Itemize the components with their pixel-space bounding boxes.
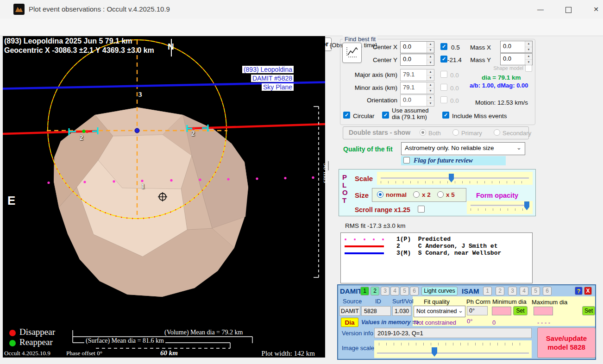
damit-model-1-button[interactable]: 1 xyxy=(360,287,369,295)
ph-corrn-value-box[interactable]: 0° xyxy=(467,306,488,315)
shape-model-checkbox[interactable] xyxy=(525,65,532,72)
window-title: Plot event observations : Occult v.4.202… xyxy=(29,5,170,13)
center-x-spinner[interactable]: 0.0 ▲▼ xyxy=(400,41,434,53)
isam-model-5-button[interactable]: 5 xyxy=(531,287,540,295)
list-item[interactable]: 1(P) Predicted xyxy=(396,236,451,243)
isam-model-3-button[interactable]: 3 xyxy=(508,287,517,295)
size-x2-radio[interactable] xyxy=(413,191,420,198)
circular-checkbox[interactable] xyxy=(343,112,350,119)
mass-x-label: Mass X xyxy=(463,44,491,51)
spinner-arrows-icon[interactable]: ▲▼ xyxy=(427,95,434,106)
max-dia-field[interactable] xyxy=(534,307,553,315)
damit-model-4-button[interactable]: 4 xyxy=(390,287,399,295)
plot-title: (893) Leopoldina 2025 Jun 5 79.1 km xyxy=(4,37,132,45)
isam-model-6-button[interactable]: 6 xyxy=(543,287,552,295)
orientation-err: 0.0 xyxy=(450,97,459,104)
app-window: Plot event observations : Occult v.4.202… xyxy=(0,0,603,364)
flag-review-checkbox[interactable] xyxy=(403,157,410,163)
minimize-icon[interactable]: — xyxy=(530,0,551,19)
major-axis-checkbox[interactable] xyxy=(440,71,447,78)
max-dia-header: Maximum dia xyxy=(532,299,567,306)
ab-dmag-readout: a/b: 1.00, dMag: 0.00 xyxy=(470,82,528,89)
chord-3-label: 3 xyxy=(138,91,142,99)
center-y-spinner[interactable]: 0.0 ▲▼ xyxy=(400,54,434,66)
include-miss-checkbox[interactable] xyxy=(442,112,449,119)
list-item[interactable]: 2 C Anderson, J Smith et xyxy=(396,243,497,250)
quality-dropdown[interactable]: Astrometry only. No reliable size ⌄ xyxy=(401,142,525,155)
isam-model-1-button[interactable]: 1 xyxy=(483,287,492,295)
double-both-radio[interactable] xyxy=(420,129,426,136)
damit-model-6-button[interactable]: 6 xyxy=(410,287,419,295)
double-secondary-label: Secondary xyxy=(502,130,531,137)
orientation-spinner[interactable]: 0.0 ▲▼ xyxy=(400,94,434,107)
flag-review-label: Flag for future review xyxy=(414,157,473,164)
id-header: ID xyxy=(375,298,381,305)
scale-slider[interactable] xyxy=(377,172,533,185)
damit-model-2-button[interactable]: 2 xyxy=(371,287,379,295)
panel-close-button[interactable]: X xyxy=(584,287,592,295)
close-icon[interactable]: ✕ xyxy=(585,0,603,19)
spinner-arrows-icon[interactable]: ▲▼ xyxy=(427,69,434,81)
center-x-label: Center X xyxy=(357,44,397,50)
isam-label: ISAM xyxy=(462,287,479,295)
orientation-label: Orientation xyxy=(351,97,397,104)
shape-model-panel: DAMIT 1 2 3 4 5 6 Light curves ISAM 1 2 … xyxy=(337,284,596,360)
shape-model-label: Shape model xyxy=(490,65,523,71)
orientation-checkbox[interactable] xyxy=(440,96,447,103)
double-primary-radio[interactable] xyxy=(452,129,459,136)
isam-model-4-button[interactable]: 4 xyxy=(520,287,528,295)
fit-quality-dropdown[interactable]: Not constrained ⌄ xyxy=(414,306,465,317)
panel-divider xyxy=(328,161,329,170)
form-opacity-slider[interactable] xyxy=(467,201,533,214)
min-dia-header: Minimum dia xyxy=(492,298,527,305)
legend-swatch-blue xyxy=(345,252,384,254)
surfvol-header: Surf/Vol xyxy=(392,298,414,305)
use-assumed-dia-checkbox[interactable] xyxy=(382,112,389,119)
mass-y-spinner[interactable]: 0.0 ▲▼ xyxy=(500,53,533,65)
size-label: Size xyxy=(355,191,369,199)
plot-canvas[interactable]: (893) Leopoldina 2025 Jun 5 79.1 km Geoc… xyxy=(3,36,325,358)
scroll-range-checkbox[interactable] xyxy=(418,206,425,213)
center-y-checkbox[interactable] xyxy=(440,56,447,63)
image-scale-slider[interactable] xyxy=(374,340,532,358)
spinner-arrows-icon[interactable]: ▲▼ xyxy=(427,82,434,94)
size-x5-radio[interactable] xyxy=(437,191,444,198)
double-secondary-radio[interactable] xyxy=(494,129,500,136)
mas-scale-bracket xyxy=(314,107,319,277)
isam-model-2-button[interactable]: 2 xyxy=(496,287,504,295)
minor-axis-checkbox[interactable] xyxy=(440,84,447,91)
plot-panel-letters: PL OT xyxy=(342,174,348,204)
maximize-icon[interactable] xyxy=(558,0,579,19)
spinner-arrows-icon[interactable]: ▲▼ xyxy=(427,42,434,53)
min-dia-set-button[interactable]: Set xyxy=(513,306,528,315)
title-bar: Plot event observations : Occult v.4.202… xyxy=(0,0,603,19)
surfvol-value-box: 1.030 xyxy=(392,306,411,316)
fit-center-dot xyxy=(135,128,139,133)
observer-legend-list[interactable]: 1(P) Predicted 2 C Anderson, J Smith et … xyxy=(340,232,533,283)
size-normal-radio[interactable] xyxy=(377,191,383,198)
list-item[interactable]: 3(M) S Conard, near Wellsbor xyxy=(396,250,501,257)
mass-x-spinner[interactable]: 0.0 ▲▼ xyxy=(500,41,533,53)
spinner-arrows-icon[interactable]: ▲▼ xyxy=(525,41,532,52)
plot-width-label: Plot width: 142 km xyxy=(256,350,315,358)
max-dia-set-button[interactable]: Set xyxy=(582,306,595,315)
occult-version-label: Occult 4.2025.10.9 xyxy=(4,350,50,357)
reappear-dot-icon xyxy=(9,340,16,346)
minor-axis-spinner[interactable]: 79.1 ▲▼ xyxy=(400,82,434,94)
save-update-model-button[interactable]: Save/update model 5828 xyxy=(537,327,596,358)
damit-model-5-button[interactable]: 5 xyxy=(400,287,409,295)
major-axis-spinner[interactable]: 79.1 ▲▼ xyxy=(400,69,434,81)
min-dia-field[interactable] xyxy=(492,307,511,315)
chord-2-label-right: 2 xyxy=(191,130,195,138)
memory-max-dia: - - - - xyxy=(537,319,550,326)
center-x-checkbox[interactable] xyxy=(440,43,447,50)
damit-model-3-button[interactable]: 3 xyxy=(381,287,389,295)
spinner-arrows-icon[interactable]: ▲▼ xyxy=(427,54,434,65)
version-info-field[interactable]: 2019-10-23, Q=1 xyxy=(374,328,532,338)
light-curves-button[interactable]: Light curves xyxy=(421,287,458,295)
plot-geocentric-coords: Geocentric X -3086.3 ±2.1 Y 4369.3 ±3.0 … xyxy=(4,46,154,55)
spinner-arrows-icon[interactable]: ▲▼ xyxy=(525,54,532,65)
dia-button[interactable]: Dia xyxy=(341,318,358,327)
image-scale-slider-thumb[interactable] xyxy=(432,347,437,357)
panel-help-button[interactable]: ? xyxy=(575,287,583,295)
